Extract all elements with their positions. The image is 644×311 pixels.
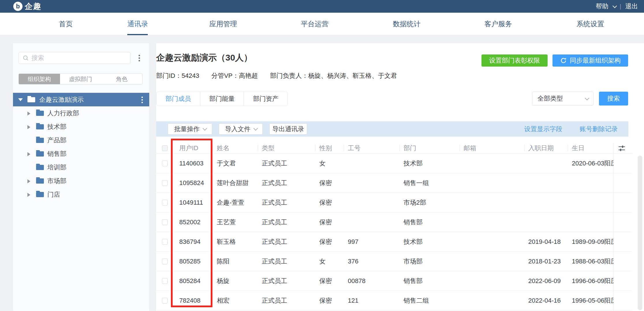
table-header: 用户ID姓名类型性别工号部门邮箱入职日期生日 [156, 143, 632, 154]
topbar: b 企趣 帮助 | 退出 [0, 0, 644, 13]
cell-user-id: 805285 [175, 252, 213, 271]
row-checkbox-cell [156, 173, 175, 193]
sidebar-search[interactable] [18, 52, 130, 64]
cell-birthday: 1996-06-09阳历 [568, 271, 613, 291]
column-header-user-id: 用户ID [175, 143, 213, 153]
nav-tab-system-settings[interactable]: 系统设置 [576, 13, 604, 35]
chevron-down-icon [253, 126, 258, 131]
column-header-birthday: 生日 [568, 143, 613, 153]
row-checkbox-cell [156, 232, 175, 251]
tree-item[interactable]: 人力行政部 [13, 106, 149, 120]
cell-birthday: 2020-06-03阳历 [568, 154, 613, 173]
caret-down-icon[interactable] [18, 98, 23, 101]
caret-right-icon[interactable] [27, 125, 31, 129]
export-contacts-button[interactable]: 导出通讯录 [269, 123, 307, 135]
row-checkbox[interactable] [162, 200, 168, 206]
tree-item[interactable]: 门店 [13, 188, 149, 201]
type-filter-select[interactable]: 全部类型 [532, 92, 593, 105]
tree-item-label: 市场部 [47, 177, 66, 185]
help-menu[interactable]: 帮助 [596, 2, 608, 11]
cell-gender: 保密 [315, 173, 344, 193]
cell-department: 技术部 [400, 154, 460, 173]
tree-item[interactable]: 培训部 [13, 161, 149, 174]
cell-name: 企趣-萱萱 [213, 193, 258, 212]
cell-department: 市场2部 [400, 193, 460, 212]
tree-item[interactable]: 销售部 [13, 147, 149, 161]
caret-right-icon[interactable] [27, 111, 31, 116]
tree-item[interactable]: 市场部 [13, 174, 149, 188]
logout-button[interactable]: 退出 [625, 2, 638, 11]
tree-item[interactable]: 技术部 [13, 120, 149, 133]
row-checkbox[interactable] [162, 219, 168, 225]
sync-org-structure-button[interactable]: 同步最新组织架构 [552, 54, 628, 67]
batch-actions-button[interactable]: 批量操作 [168, 123, 212, 135]
column-settings-icon[interactable] [617, 144, 626, 152]
department-leaders: 部门负责人：杨旋、杨兴涛、靳玉格、于文君 [270, 71, 397, 80]
search-input[interactable] [31, 54, 118, 62]
table-row: 805285陈阳正式员工女376市场部2018-01-231988-06-03阳… [156, 252, 632, 271]
cell-type: 正式员工 [258, 252, 315, 271]
chevron-down-icon[interactable] [613, 3, 617, 8]
column-header-job-number: 工号 [344, 143, 400, 153]
cell-user-id: 852002 [175, 212, 213, 232]
import-file-button[interactable]: 导入文件 [219, 123, 263, 135]
row-checkbox[interactable] [162, 259, 168, 264]
cell-hire-date [524, 173, 568, 193]
cell-birthday [568, 173, 613, 193]
row-checkbox[interactable] [162, 180, 168, 186]
tree-root-item[interactable]: 企趣云激励演示 [13, 93, 149, 106]
cell-email [460, 252, 524, 271]
caret-right-icon[interactable] [27, 179, 31, 183]
row-checkbox[interactable] [162, 298, 168, 304]
cell-job-number [344, 154, 400, 173]
cell-department: 技术部 [400, 232, 460, 251]
table-row: 852002王艺萱正式员工保密销售部 [156, 212, 632, 232]
select-all-checkbox[interactable] [162, 145, 168, 151]
sidebar-more-icon[interactable] [135, 53, 143, 63]
cell-job-number: 00878 [344, 271, 400, 291]
chevron-down-icon [202, 126, 207, 131]
table-scrollbar[interactable] [638, 156, 642, 310]
search-button[interactable]: 搜索 [599, 92, 628, 105]
cell-hire-date: 2018-01-23 [524, 252, 568, 271]
tree-root-more-icon[interactable] [138, 95, 146, 105]
nav-tab-app-management[interactable]: 应用管理 [209, 13, 237, 35]
row-checkbox[interactable] [162, 278, 168, 284]
nav-tab-contacts[interactable]: 通讯录 [127, 13, 148, 35]
table-row: 1140603于文君正式员工女技术部2020-06-03阳历 [156, 154, 632, 173]
set-praise-permission-button[interactable]: 设置部门表彰权限 [481, 54, 548, 67]
cell-gender: 女 [315, 154, 344, 173]
cell-birthday [568, 212, 613, 232]
tab-department-energy[interactable]: 部门能量 [200, 92, 244, 106]
column-header-type: 类型 [258, 143, 315, 153]
sidebar-tab-org-structure[interactable]: 组织架构 [19, 74, 60, 84]
caret-right-icon[interactable] [27, 152, 31, 156]
cell-department: 市场部 [400, 252, 460, 271]
nav-tab-home[interactable]: 首页 [59, 13, 73, 35]
cell-gender: 保密 [315, 232, 344, 251]
column-header-hire-date: 入职日期 [524, 143, 568, 153]
department-panel: 企趣云激励演示（30人） 部门ID：54243 分管VP：高艳超 部门负责人：杨… [156, 43, 644, 311]
cell-department: 销售部 [400, 212, 460, 232]
active-tab-underline [127, 34, 148, 35]
caret-right-icon[interactable] [27, 192, 31, 197]
display-fields-link[interactable]: 设置显示字段 [524, 121, 562, 137]
row-checkbox[interactable] [162, 239, 168, 245]
nav-tab-platform-operations[interactable]: 平台运营 [301, 13, 328, 35]
table-row: 805284杨旋正式员工保密00878销售部2022-06-091996-06-… [156, 271, 632, 291]
tab-department-assets[interactable]: 部门资产 [244, 92, 288, 106]
content-tab-group: 部门成员 部门能量 部门资产 [156, 92, 288, 106]
cell-gender: 保密 [315, 212, 344, 232]
folder-icon [27, 97, 35, 102]
tree-item[interactable]: 产品部 [13, 133, 149, 147]
cell-type: 正式员工 [258, 193, 315, 212]
nav-tab-customer-service[interactable]: 客户服务 [484, 13, 512, 35]
tab-department-members[interactable]: 部门成员 [156, 92, 200, 106]
folder-icon [36, 111, 44, 116]
nav-tab-data-statistics[interactable]: 数据统计 [393, 13, 421, 35]
org-sidebar: 组织架构 虚拟部门 角色 企趣云激励演示 人力行政部技术部产品部销售部培训部市场… [13, 43, 149, 311]
row-checkbox[interactable] [162, 161, 168, 166]
account-delete-records-link[interactable]: 账号删除记录 [580, 121, 618, 137]
sidebar-tab-virtual-department[interactable]: 虚拟部门 [60, 74, 101, 84]
sidebar-tab-role[interactable]: 角色 [101, 74, 142, 84]
